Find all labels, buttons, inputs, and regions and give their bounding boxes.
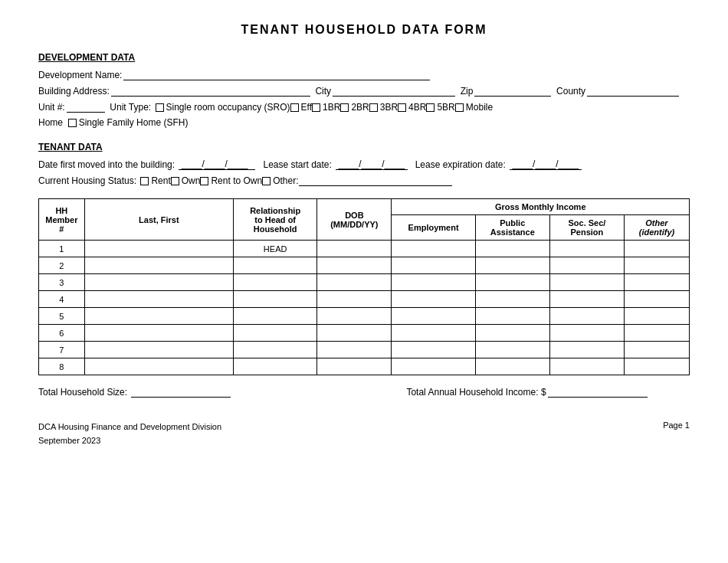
county-field[interactable] <box>587 85 679 97</box>
row3-dob[interactable] <box>317 274 392 291</box>
mobile-checkbox[interactable] <box>455 103 464 112</box>
row3-other[interactable] <box>624 274 689 291</box>
row6-pub[interactable] <box>475 325 549 342</box>
row5-rel[interactable] <box>234 308 317 325</box>
row6-soc[interactable] <box>549 325 624 342</box>
1br-option[interactable]: 1BR <box>312 102 340 113</box>
row6-rel[interactable] <box>234 325 317 342</box>
row6-dob[interactable] <box>317 325 392 342</box>
row8-dob[interactable] <box>317 358 392 375</box>
row2-dob[interactable] <box>317 257 392 274</box>
row3-soc[interactable] <box>549 274 624 291</box>
row3-name[interactable] <box>84 274 233 291</box>
row8-name[interactable] <box>84 358 233 375</box>
unit-num-field[interactable] <box>67 101 105 113</box>
other-option[interactable]: Other: <box>262 175 298 186</box>
rent-to-own-checkbox[interactable] <box>200 177 208 185</box>
row1-pub[interactable] <box>475 241 549 257</box>
row1-emp[interactable] <box>392 241 475 257</box>
row4-rel[interactable] <box>234 291 317 308</box>
row1-dob[interactable] <box>317 241 392 257</box>
row3-pub[interactable] <box>475 274 549 291</box>
row5-name[interactable] <box>84 308 233 325</box>
sfh-option[interactable]: Single Family Home (SFH) <box>68 117 189 128</box>
rent-to-own-option[interactable]: Rent to Own <box>200 175 262 186</box>
sro-option[interactable]: Single room occupancy (SRO) <box>156 102 290 113</box>
3br-checkbox[interactable] <box>369 103 378 112</box>
row3-emp[interactable] <box>392 274 475 291</box>
eff-checkbox[interactable] <box>290 103 299 112</box>
city-field[interactable] <box>333 85 455 97</box>
row4-name[interactable] <box>84 291 233 308</box>
row6-emp[interactable] <box>392 325 475 342</box>
row1-soc[interactable] <box>549 241 624 257</box>
row7-soc[interactable] <box>549 342 624 358</box>
eff-option[interactable]: Eff <box>290 102 312 113</box>
date-moved-field[interactable]: ____/____/____ <box>179 159 255 170</box>
row2-pub[interactable] <box>475 257 549 274</box>
row4-emp[interactable] <box>392 291 475 308</box>
row1-rel[interactable]: HEAD <box>234 241 317 257</box>
rent-option[interactable]: Rent <box>140 175 170 186</box>
row5-pub[interactable] <box>475 308 549 325</box>
row2-emp[interactable] <box>392 257 475 274</box>
4br-option[interactable]: 4BR <box>398 102 426 113</box>
row5-other[interactable] <box>624 308 689 325</box>
row2-name[interactable] <box>84 257 233 274</box>
row8-other[interactable] <box>624 358 689 375</box>
row2-soc[interactable] <box>549 257 624 274</box>
row6-name[interactable] <box>84 325 233 342</box>
other-checkbox[interactable] <box>262 177 271 185</box>
dev-name-row: Development Name: <box>38 69 690 80</box>
4br-checkbox[interactable] <box>398 103 406 112</box>
household-size-field[interactable] <box>131 386 231 398</box>
row7-dob[interactable] <box>317 342 392 358</box>
row7-pub[interactable] <box>475 342 549 358</box>
row1-other[interactable] <box>624 241 689 257</box>
row5-soc[interactable] <box>549 308 624 325</box>
row6-other[interactable] <box>624 325 689 342</box>
row8-pub[interactable] <box>475 358 549 375</box>
row2-rel[interactable] <box>234 257 317 274</box>
household-table: HHMember# Last, First Relationshipto Hea… <box>38 198 690 375</box>
row8-soc[interactable] <box>549 358 624 375</box>
own-checkbox[interactable] <box>171 177 179 185</box>
row4-pub[interactable] <box>475 291 549 308</box>
sro-checkbox[interactable] <box>156 103 164 112</box>
address-field[interactable] <box>111 85 310 97</box>
row7-other[interactable] <box>624 342 689 358</box>
row3-rel[interactable] <box>234 274 317 291</box>
other-field[interactable] <box>299 175 452 186</box>
row8-rel[interactable] <box>234 358 317 375</box>
annual-income-field[interactable] <box>548 386 648 398</box>
table-row: 6 <box>39 325 690 342</box>
row7-rel[interactable] <box>234 342 317 358</box>
row5-emp[interactable] <box>392 308 475 325</box>
3br-label: 3BR <box>380 102 398 113</box>
dev-name-field[interactable] <box>123 69 430 80</box>
lease-start-label: Lease start date: <box>263 159 331 170</box>
4br-label: 4BR <box>408 102 426 113</box>
row8-emp[interactable] <box>392 358 475 375</box>
row2-other[interactable] <box>624 257 689 274</box>
row7-name[interactable] <box>84 342 233 358</box>
mobile-option[interactable]: Mobile <box>455 102 493 113</box>
2br-option[interactable]: 2BR <box>340 102 369 113</box>
2br-checkbox[interactable] <box>340 103 349 112</box>
row4-soc[interactable] <box>549 291 624 308</box>
3br-option[interactable]: 3BR <box>369 102 398 113</box>
zip-field[interactable] <box>474 85 551 97</box>
row7-emp[interactable] <box>392 342 475 358</box>
row4-other[interactable] <box>624 291 689 308</box>
row1-name[interactable] <box>84 241 233 257</box>
5br-option[interactable]: 5BR <box>426 102 454 113</box>
rent-checkbox[interactable] <box>140 177 149 185</box>
1br-checkbox[interactable] <box>312 103 320 112</box>
sfh-checkbox[interactable] <box>68 119 77 127</box>
own-option[interactable]: Own <box>171 175 201 186</box>
5br-checkbox[interactable] <box>426 103 435 112</box>
lease-start-field[interactable]: ____/____/____ <box>336 159 407 170</box>
row4-dob[interactable] <box>317 291 392 308</box>
row5-dob[interactable] <box>317 308 392 325</box>
lease-exp-field[interactable]: ____/____/____ <box>510 159 581 170</box>
